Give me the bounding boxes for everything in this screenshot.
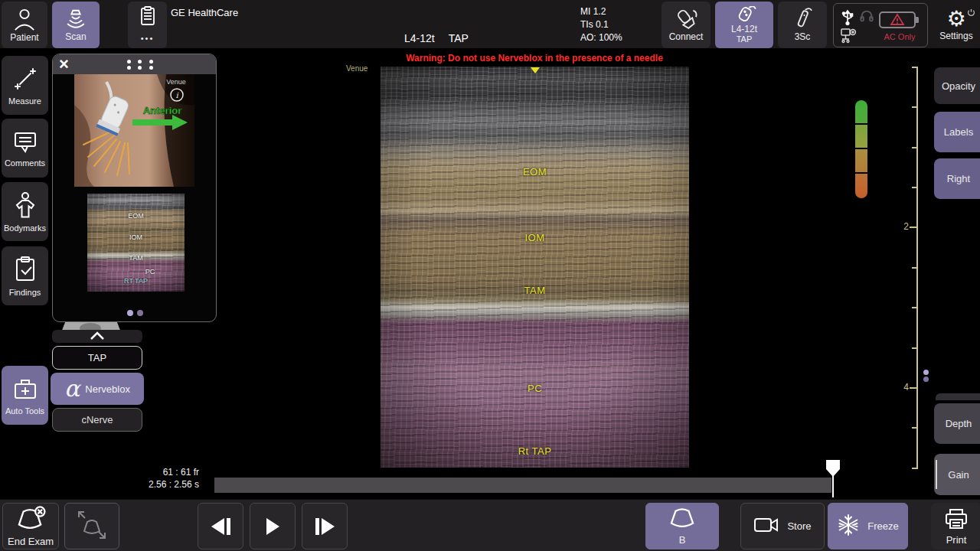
cine-frames: 61 : 61 fr	[115, 466, 199, 478]
sidebar-item-findings[interactable]: Findings	[2, 246, 48, 305]
cine-step-back-button[interactable]	[198, 503, 243, 549]
cine-scrubber-track[interactable]	[214, 478, 831, 493]
preset-name-text: TAP	[449, 32, 469, 44]
venue-scan-label: Venue	[346, 64, 368, 73]
app-screen: Patient Scan ••• GE HealthCare L4-12t TA…	[0, 0, 980, 551]
step-back-icon	[211, 518, 224, 535]
panel-page-dot-active[interactable]	[923, 370, 929, 375]
cine-step-forward-button[interactable]	[302, 503, 348, 549]
close-icon[interactable]: ×	[59, 54, 69, 74]
sidebar-item-bodymarks[interactable]: Bodymarks	[2, 182, 48, 241]
thumb-label-eom: EOM	[87, 212, 185, 220]
vignette-overlay	[381, 67, 689, 468]
nerveblox-label: Nerveblox	[85, 383, 130, 395]
snowflake-icon	[837, 514, 860, 539]
b-mode-label: B	[679, 534, 686, 546]
focus-marker-icon	[531, 67, 540, 73]
scan-icon	[64, 8, 88, 31]
step-forward-bar	[315, 518, 319, 535]
gear-icon: ⚙	[946, 8, 965, 30]
thumb-label-pc: PC	[135, 268, 165, 276]
scan-label-tam: TAM	[381, 285, 689, 296]
expand-sector-icon	[75, 508, 109, 544]
popup-header[interactable]: ×	[53, 54, 216, 74]
patient-button[interactable]: Patient	[2, 2, 47, 48]
depth-rocker-edge	[936, 393, 980, 400]
patient-label: Patient	[10, 33, 38, 43]
page-dot[interactable]	[137, 310, 143, 316]
right-side-button[interactable]: Right	[934, 158, 980, 199]
colorbar-segment	[855, 174, 867, 198]
print-label: Print	[946, 534, 967, 546]
headset-icon	[859, 8, 874, 27]
tap-preset-label: TAP	[88, 352, 106, 364]
scan-label: Scan	[65, 32, 86, 42]
end-exam-label: End Exam	[8, 536, 54, 547]
anatomy-illustration: Anterior Venue i	[74, 74, 194, 187]
gain-label: Gain	[948, 469, 969, 481]
scan-button[interactable]: Scan	[52, 2, 100, 48]
panel-page-dot[interactable]	[923, 377, 929, 382]
end-exam-button[interactable]: End Exam	[2, 503, 59, 549]
depth-button[interactable]: Depth	[934, 403, 980, 444]
opacity-label: Opacity	[942, 80, 975, 92]
bodymarks-icon	[12, 191, 38, 220]
colorbar-segment	[855, 149, 867, 172]
reference-thumbnail: EOM IOM TAM PC RT TAP	[87, 194, 185, 292]
connect-label: Connect	[669, 32, 704, 42]
probe-3sc-button[interactable]: 3Sc	[778, 2, 827, 48]
probe-preset-readout: L4-12t TAP	[404, 32, 469, 44]
sidebar-item-auto-tools[interactable]: Auto Tools	[2, 366, 48, 425]
top-bar: Patient Scan ••• GE HealthCare L4-12t TA…	[0, 0, 980, 50]
depth-ruler: 2 4	[907, 67, 918, 469]
nerveblox-button[interactable]: α Nerveblox	[51, 373, 144, 405]
usb-icon	[841, 8, 854, 28]
measure-icon	[12, 66, 38, 93]
labels-button[interactable]: Labels	[934, 112, 980, 152]
sidebar-label: Comments	[5, 158, 45, 168]
cnerve-button[interactable]: cNerve	[52, 408, 142, 432]
settings-label: Settings	[939, 31, 972, 41]
worksheet-button[interactable]: •••	[128, 2, 167, 48]
sidebar-item-measure[interactable]: Measure	[2, 56, 48, 115]
cart-network-icon	[840, 27, 857, 47]
video-camera-icon	[753, 517, 779, 536]
collapse-panel-button[interactable]	[52, 330, 142, 343]
store-button[interactable]: Store	[740, 503, 825, 549]
brand-logo: GE HealthCare	[171, 7, 238, 18]
ultrasound-image[interactable]: EOM IOM TAM PC Rt TAP	[381, 67, 689, 468]
worksheet-icon	[140, 6, 155, 26]
cine-scrubber-needle	[832, 475, 834, 497]
cine-scrubber-handle[interactable]	[826, 460, 840, 477]
alpha-icon: α	[64, 377, 80, 400]
sidebar-item-comments[interactable]: Comments	[2, 119, 48, 178]
sidebar-label: Bodymarks	[4, 223, 46, 233]
cine-play-button[interactable]	[250, 503, 296, 549]
print-button[interactable]: Print	[931, 503, 980, 549]
active-probe-name: L4-12t	[731, 24, 757, 34]
active-probe-preset: TAP	[737, 34, 753, 44]
scan-label-rt-tap: Rt TAP	[381, 445, 689, 457]
probe-3sc-label: 3Sc	[795, 32, 811, 42]
acoustic-output-readout: MI 1.2 TIs 0.1 AO: 100%	[580, 5, 622, 44]
sidebar-label: Findings	[9, 288, 41, 297]
freeze-button[interactable]: Freeze	[828, 503, 908, 549]
drag-handle-icon[interactable]	[123, 58, 157, 71]
step-back-bar	[227, 518, 230, 535]
settings-button[interactable]: ⚙ Settings	[933, 2, 980, 48]
ruler-label-4: 4	[898, 382, 909, 393]
sidebar-label: Auto Tools	[5, 406, 44, 416]
gain-button[interactable]: Gain	[934, 454, 980, 495]
tap-preset-button[interactable]: TAP	[52, 346, 142, 370]
ac-only-label: AC Only	[878, 32, 921, 41]
venue-watermark: Venue	[166, 78, 186, 86]
active-probe-button[interactable]: L4-12t TAP	[715, 2, 773, 48]
connect-probe-button[interactable]: Connect	[662, 2, 710, 48]
colorbar-segment	[855, 125, 867, 148]
b-mode-button[interactable]: B	[645, 503, 719, 549]
fullscreen-scan-button[interactable]	[64, 503, 119, 549]
depth-label: Depth	[946, 418, 972, 429]
page-dot-active[interactable]	[127, 310, 133, 316]
opacity-button[interactable]: Opacity	[934, 67, 980, 104]
scan-label-eom: EOM	[381, 166, 689, 178]
